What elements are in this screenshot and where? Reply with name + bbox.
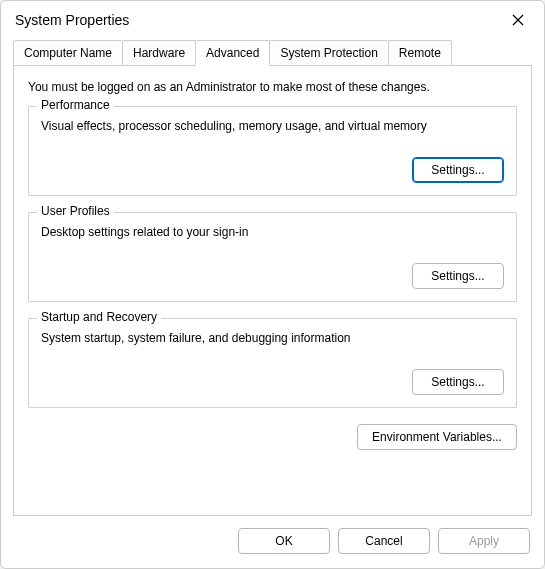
tab-advanced[interactable]: Advanced xyxy=(195,40,270,66)
startup-recovery-legend: Startup and Recovery xyxy=(37,310,161,324)
startup-recovery-settings-button[interactable]: Settings... xyxy=(412,369,504,395)
user-profiles-settings-button[interactable]: Settings... xyxy=(412,263,504,289)
performance-desc: Visual effects, processor scheduling, me… xyxy=(41,119,504,133)
titlebar: System Properties xyxy=(1,1,544,37)
dialog-button-bar: OK Cancel Apply xyxy=(1,516,544,568)
tab-computer-name[interactable]: Computer Name xyxy=(13,40,123,66)
performance-settings-button[interactable]: Settings... xyxy=(412,157,504,183)
startup-recovery-desc: System startup, system failure, and debu… xyxy=(41,331,504,345)
performance-legend: Performance xyxy=(37,98,114,112)
tab-remote[interactable]: Remote xyxy=(388,40,452,66)
tab-strip: Computer Name Hardware Advanced System P… xyxy=(13,40,532,66)
user-profiles-desc: Desktop settings related to your sign-in xyxy=(41,225,504,239)
ok-button[interactable]: OK xyxy=(238,528,330,554)
window-title: System Properties xyxy=(15,12,129,28)
environment-variables-button[interactable]: Environment Variables... xyxy=(357,424,517,450)
user-profiles-legend: User Profiles xyxy=(37,204,114,218)
user-profiles-group: User Profiles Desktop settings related t… xyxy=(28,212,517,302)
startup-recovery-group: Startup and Recovery System startup, sys… xyxy=(28,318,517,408)
admin-notice: You must be logged on as an Administrato… xyxy=(28,80,517,94)
tab-page-advanced: You must be logged on as an Administrato… xyxy=(13,65,532,516)
apply-button[interactable]: Apply xyxy=(438,528,530,554)
performance-group: Performance Visual effects, processor sc… xyxy=(28,106,517,196)
close-icon[interactable] xyxy=(506,8,530,32)
dialog-body: Computer Name Hardware Advanced System P… xyxy=(1,37,544,516)
tab-system-protection[interactable]: System Protection xyxy=(269,40,388,66)
cancel-button[interactable]: Cancel xyxy=(338,528,430,554)
system-properties-window: System Properties Computer Name Hardware… xyxy=(0,0,545,569)
tab-hardware[interactable]: Hardware xyxy=(122,40,196,66)
